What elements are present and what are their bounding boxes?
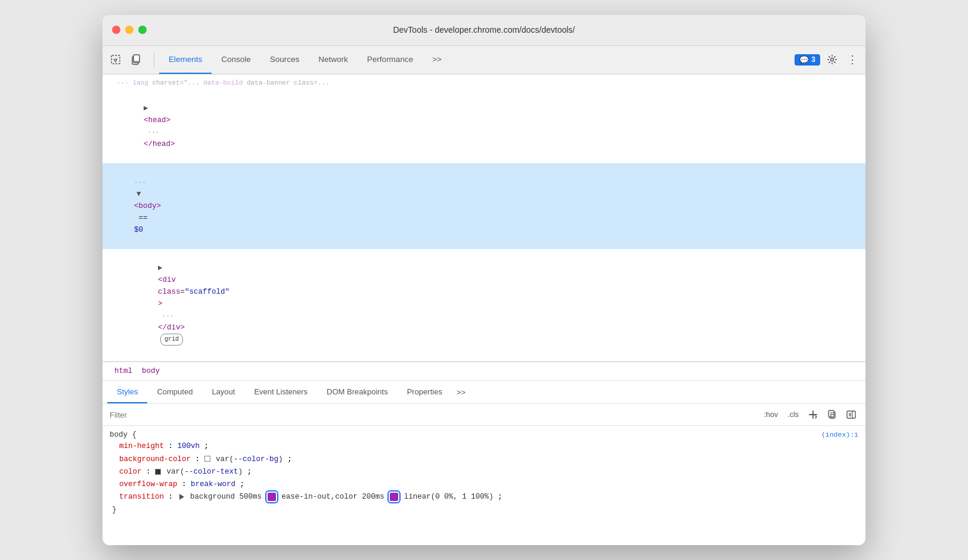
chat-icon: 💬 [799, 55, 809, 64]
css-rule-block: (index):1 body { min-height : 100vh ; ba… [110, 431, 858, 517]
add-style-button[interactable] [806, 407, 820, 422]
dom-line-head-prev: ··· lang charset="... data-build data-ba… [103, 77, 865, 90]
sidebar-toggle-button[interactable] [844, 407, 858, 422]
transition-swatch-1[interactable] [268, 493, 276, 501]
css-prop-color: color : var(--color-text) ; [110, 466, 858, 478]
minimize-button[interactable] [125, 26, 134, 34]
devtools-window: DevTools - developer.chrome.com/docs/dev… [103, 15, 865, 546]
filter-right: :hov .cls [762, 407, 858, 422]
window-title: DevTools - developer.chrome.com/docs/dev… [393, 25, 575, 35]
transition-expand-icon[interactable] [179, 494, 184, 500]
traffic-lights [112, 26, 147, 34]
css-prop-transition: transition : background 500ms ease-in-ou… [110, 491, 858, 503]
breadcrumb-html[interactable]: html [110, 366, 137, 377]
css-prop-background-color: background-color : var(--color-bg) ; [110, 453, 858, 466]
toolbar-right: 💬 3 ⋮ [795, 51, 861, 68]
sub-tab-event-listeners[interactable]: Event Listeners [244, 381, 317, 403]
device-toggle-icon[interactable] [128, 51, 144, 68]
element-picker-icon[interactable] [107, 51, 124, 68]
breadcrumb-bar: html body [103, 362, 865, 381]
main-tab-list: Elements Console Sources Network Perform… [159, 45, 792, 74]
sub-tab-properties[interactable]: Properties [398, 381, 452, 403]
breadcrumb-body[interactable]: body [137, 366, 165, 377]
filter-bar: :hov .cls [103, 404, 865, 426]
dom-panel: ··· lang charset="... data-build data-ba… [103, 74, 865, 362]
svg-point-4 [136, 62, 136, 63]
settings-button[interactable] [824, 51, 840, 68]
tab-more[interactable]: >> [423, 45, 451, 74]
toolbar-icons [107, 51, 144, 68]
bg-color-swatch[interactable] [204, 456, 210, 462]
sub-tab-dom-breakpoints[interactable]: DOM Breakpoints [317, 381, 398, 403]
css-prop-min-height: min-height : 100vh ; [110, 440, 858, 453]
css-prop-overflow-wrap: overflow-wrap : break-word ; [110, 478, 858, 491]
svg-point-5 [831, 58, 834, 61]
more-options-button[interactable]: ⋮ [844, 51, 861, 68]
sub-tab-styles[interactable]: Styles [107, 381, 147, 403]
cls-button[interactable]: .cls [785, 409, 801, 420]
tab-sources[interactable]: Sources [260, 45, 309, 74]
transition-swatch-2[interactable] [390, 493, 398, 501]
grid-badge[interactable]: grid [160, 334, 183, 346]
dom-line-div[interactable]: ▶ <div class="scaffold" > ··· </div> gri… [103, 249, 865, 359]
sub-tab-computed[interactable]: Computed [147, 381, 202, 403]
sub-tab-layout[interactable]: Layout [202, 381, 244, 403]
toolbar-divider [154, 52, 154, 67]
close-button[interactable] [112, 26, 120, 34]
sub-tab-more[interactable]: >> [452, 381, 470, 403]
dom-line-body[interactable]: ··· ▼ <body> == $0 [103, 163, 865, 249]
css-content: (index):1 body { min-height : 100vh ; ba… [103, 426, 865, 545]
copy-style-button[interactable] [825, 407, 839, 422]
source-link[interactable]: (index):1 [821, 431, 858, 438]
notification-badge[interactable]: 💬 3 [795, 54, 820, 66]
tab-performance[interactable]: Performance [358, 45, 423, 74]
text-color-swatch[interactable] [155, 469, 161, 475]
css-closing-brace: } [110, 504, 858, 517]
sub-tabs: Styles Computed Layout Event Listeners D… [103, 381, 865, 404]
filter-input[interactable] [110, 410, 762, 419]
dom-line-head[interactable]: ▶ <head> ··· </head> [103, 89, 865, 163]
devtools-toolbar: Elements Console Sources Network Perform… [103, 46, 865, 74]
tab-network[interactable]: Network [309, 45, 358, 74]
titlebar: DevTools - developer.chrome.com/docs/dev… [103, 15, 865, 46]
hov-button[interactable]: :hov [762, 409, 781, 420]
tab-elements[interactable]: Elements [159, 45, 212, 74]
maximize-button[interactable] [138, 26, 147, 34]
tab-console[interactable]: Console [212, 45, 260, 74]
css-selector: body { [110, 431, 858, 439]
